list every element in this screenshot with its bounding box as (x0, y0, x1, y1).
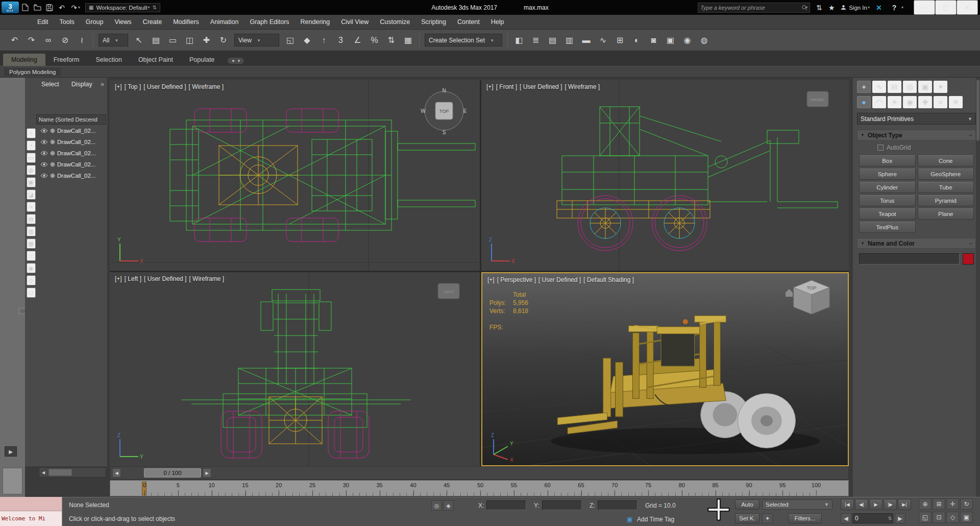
explorer-display-menu[interactable]: Display (67, 79, 96, 89)
previous-key-icon[interactable]: ◀ (841, 513, 851, 523)
selection-lock-icon[interactable]: ◈ (443, 500, 454, 511)
viewport-menu-view[interactable]: [ Front ] (496, 83, 517, 90)
key-filters-button[interactable]: Filters... (788, 513, 822, 523)
explorer-row[interactable]: DrawCall_02... (36, 125, 106, 136)
explorer-row[interactable]: DrawCall_02... (36, 136, 106, 148)
x-coordinate-input[interactable] (486, 500, 526, 510)
menu-item-0[interactable]: Edit (32, 16, 54, 28)
select-by-name-icon[interactable]: ▤ (148, 32, 164, 49)
isolate-selection-icon[interactable]: ◎ (431, 500, 442, 511)
pan-icon[interactable]: ✛ (946, 498, 959, 510)
viewport-menu-view[interactable]: [ Left ] (125, 275, 141, 282)
unlink-selection-icon[interactable]: ⊘ (57, 32, 74, 49)
viewport-menu-plus[interactable]: [+] (115, 275, 122, 282)
search-caret-icon[interactable]: ▾ (805, 5, 807, 10)
viewport-menu-shading[interactable]: [ Wireframe ] (189, 83, 224, 90)
viewport-menu-plus[interactable]: [+] (115, 83, 122, 90)
mirror-icon[interactable]: ◧ (510, 32, 527, 49)
menu-item-7[interactable]: Graph Editors (244, 16, 295, 28)
next-key-icon[interactable]: ▶ (895, 513, 905, 523)
menu-item-6[interactable]: Animation (205, 16, 244, 28)
undo-icon[interactable]: ↶ (56, 2, 68, 13)
named-selection-set-dropdown[interactable]: Create Selection Set ▾ (425, 34, 502, 46)
viewport-menu-plus[interactable]: [+] (487, 276, 495, 283)
frame-spinner-icon[interactable]: ⇅ (888, 516, 893, 521)
undo-icon[interactable]: ↶ (6, 32, 23, 49)
modify-tab-icon[interactable]: ∿ (872, 81, 886, 93)
percent-snap-icon[interactable]: % (366, 32, 383, 49)
explorer-settings-icon[interactable]: □ (27, 288, 36, 298)
explorer-pick-icon[interactable]: ◇ (27, 275, 36, 285)
menu-item-10[interactable]: Customize (374, 16, 415, 28)
explorer-horizontal-scrollbar[interactable]: ◀ (39, 467, 106, 477)
render-iterative-icon[interactable]: ◍ (696, 32, 713, 49)
primitive-button-9[interactable]: Plane (918, 208, 974, 220)
infocenter-search[interactable]: ▾ (698, 3, 810, 13)
material-editor-icon[interactable]: ◐ (628, 32, 645, 49)
save-file-button[interactable] (43, 2, 56, 13)
listener-pane[interactable]: Welcome to Mi (0, 511, 62, 526)
toggle-layer-explorer-icon[interactable]: ▥ (561, 32, 578, 49)
scroll-left-icon[interactable]: ◀ (39, 470, 47, 475)
open-file-button[interactable] (31, 2, 43, 13)
toggle-scene-explorer-icon[interactable]: ▤ (544, 32, 561, 49)
edit-named-selection-sets-icon[interactable]: ▦ (400, 32, 416, 49)
zoom-extents-all-icon[interactable]: ⊡ (933, 512, 945, 523)
zoom-icon[interactable]: ⊕ (919, 498, 932, 510)
ribbon-tab-2[interactable]: Selection (87, 54, 130, 66)
explorer-overflow-chevrons[interactable]: » (101, 81, 104, 88)
curve-editor-icon[interactable]: ∿ (595, 32, 611, 49)
scrollbar-thumb[interactable] (48, 469, 72, 476)
primitive-button-2[interactable]: Sphere (859, 169, 916, 180)
workspace-selector[interactable]: ▦ Workspace: Default ▾ ⇅ (85, 3, 160, 12)
viewport-menu-shading[interactable]: [ Default Shading ] (583, 276, 634, 283)
menu-item-12[interactable]: Content (452, 16, 485, 28)
select-and-move-icon[interactable]: ✚ (198, 32, 215, 49)
window-crossing-icon[interactable]: ◫ (181, 32, 198, 49)
explorer-display-lights-icon[interactable]: ◍ (27, 165, 36, 175)
bind-to-space-warp-icon[interactable]: ≀ (74, 32, 90, 49)
restore-button[interactable]: ▢ (935, 0, 957, 15)
field-of-view-icon[interactable]: ◇ (946, 512, 959, 523)
visibility-eye-icon[interactable] (40, 151, 48, 156)
timeline-ruler[interactable]: 0510152025303540455055606570758085909510… (110, 480, 849, 496)
menu-item-4[interactable]: Create (137, 16, 168, 28)
object-name-input[interactable] (859, 253, 960, 265)
snap-toggle-3d-icon[interactable]: 3 (332, 32, 349, 49)
create-tab-icon[interactable]: + (857, 81, 871, 93)
menu-item-1[interactable]: Tools (54, 16, 80, 28)
select-and-manipulate-icon[interactable]: ◆ (299, 32, 315, 49)
primitive-button-4[interactable]: Cylinder (859, 182, 916, 193)
new-scene-button[interactable] (19, 2, 31, 13)
select-and-rotate-icon[interactable]: ↻ (215, 32, 232, 49)
viewcube[interactable]: TOP (783, 277, 840, 320)
menu-item-11[interactable]: Scripting (415, 16, 452, 28)
menu-item-13[interactable]: Help (485, 16, 510, 28)
primitive-button-8[interactable]: Teapot (859, 208, 916, 220)
visibility-eye-icon[interactable] (40, 162, 48, 167)
explorer-lock-icon[interactable]: ◉ (27, 263, 36, 273)
workspace-cycle-icon[interactable]: ⇅ (153, 5, 157, 10)
command-panel-scrollbar[interactable] (976, 78, 980, 497)
viewport-perspective[interactable]: [+] [ Perspective ] [ User Defined ] [ D… (481, 272, 849, 466)
compass-north[interactable]: N (442, 88, 446, 93)
next-frame-icon[interactable]: |▶ (884, 499, 897, 510)
ribbon-overflow-icon[interactable]: ● (232, 58, 234, 63)
viewport-menu-shading[interactable]: [ Wireframe ] (189, 275, 224, 282)
object-color-swatch[interactable] (963, 253, 974, 265)
key-filter-dropdown[interactable]: Selected ▼ (762, 499, 832, 510)
cameras-category-icon[interactable]: ◉ (903, 96, 917, 108)
shapes-category-icon[interactable]: ◠ (872, 96, 886, 108)
explorer-display-geometry-icon[interactable]: ◔ (27, 140, 36, 151)
viewport-front[interactable]: [+] [ Front ] [ User Defined ] [ Wirefra… (481, 80, 849, 271)
help-caret-icon[interactable]: ▾ (901, 5, 903, 10)
time-slider-track[interactable]: ◀ 0 / 100 ▶ (110, 466, 849, 480)
viewport-menu-view[interactable]: [ Top ] (125, 83, 141, 90)
current-frame-field[interactable]: ⇅ (852, 513, 893, 523)
space-warps-category-icon[interactable]: ≈ (934, 96, 947, 108)
visibility-eye-icon[interactable] (40, 173, 48, 178)
viewcube-face-label[interactable]: FRONT (811, 98, 825, 102)
add-time-tag[interactable]: Add Time Tag (637, 516, 674, 523)
name-color-rollout-header[interactable]: ▼ Name and Color ▪▪ (857, 238, 976, 249)
explorer-filter-icon[interactable]: ▦ (27, 238, 36, 249)
